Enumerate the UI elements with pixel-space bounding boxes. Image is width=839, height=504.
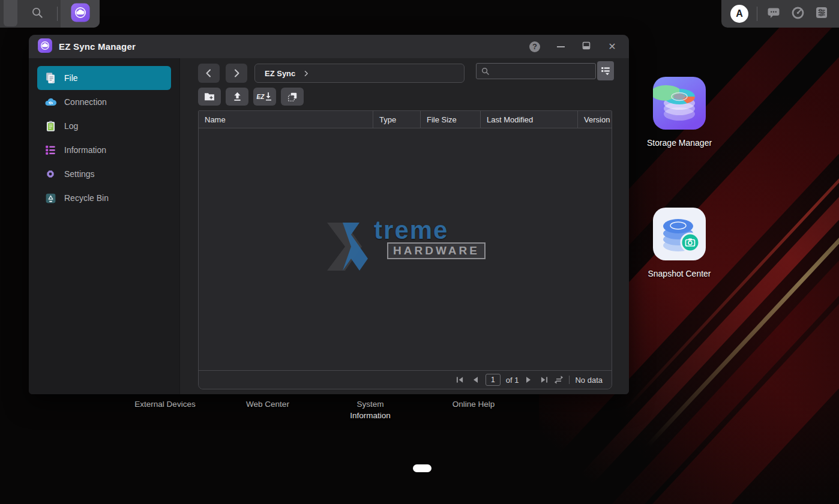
ezsync-app-icon [37,38,53,56]
gear-icon [44,167,57,181]
sidebar-item-label: Log [64,121,78,131]
next-page-icon [526,376,532,383]
sidebar-item-log[interactable]: Log [37,114,171,138]
ezsync-app-icon [70,2,91,25]
watermark-brand-text: treme [374,219,486,242]
column-header-name[interactable]: Name [199,111,373,128]
system-monitor-button[interactable] [790,6,805,22]
desktop-icon-storage-manager[interactable]: Storage Manager [643,77,715,148]
sidebar-item-label: Information [64,145,106,155]
sidebar-item-label: Connection [64,97,107,107]
watermark-sub-text: HARDWARE [387,242,486,259]
desktop-icon-label-system-information[interactable]: System Information [340,398,400,421]
titlebar[interactable]: EZ Sync Manager ? ✕ [29,35,629,58]
last-page-button[interactable] [539,375,549,385]
page-count-label: of 1 [506,376,519,385]
first-page-button[interactable] [456,375,465,385]
preferences-icon [814,5,829,22]
sidebar-item-file[interactable]: File [37,66,171,90]
sidebar-item-label: Recycle Bin [64,193,109,203]
list-view-icon [600,65,611,76]
sidebar-item-label: Settings [64,169,95,179]
close-button[interactable]: ✕ [606,41,618,53]
maximize-button[interactable] [580,41,592,53]
column-header-version[interactable]: Version [578,111,612,128]
chat-icon [766,5,781,22]
gauge-icon [790,5,805,23]
desktop-icon-label: Snapshot Center [643,269,715,278]
snapshot-center-icon [653,208,706,260]
minimize-button[interactable] [555,41,567,53]
breadcrumb[interactable]: EZ Sync [254,64,465,83]
search-icon [481,67,490,76]
table-header: Name Type File Size Last Modified Versio… [199,111,612,128]
desktop-icon-label: Storage Manager [643,138,715,148]
pagination-bar: of 1 No data [199,370,612,389]
select-all-button[interactable] [281,88,304,106]
desktop-icon-label-online-help[interactable]: Online Help [426,398,522,410]
avatar[interactable]: A [730,5,748,23]
label-line-2: Information [340,410,400,421]
view-mode-button[interactable] [597,61,614,80]
prev-page-button[interactable] [471,375,480,385]
minimize-icon [557,46,565,47]
xtreme-hardware-watermark: treme HARDWARE [325,219,486,274]
last-page-icon [540,376,548,383]
ez-label: EZ [257,94,265,100]
file-table: Name Type File Size Last Modified Versio… [198,110,612,389]
refresh-button[interactable] [554,375,564,385]
taskbar-divider [757,7,757,21]
file-icon [44,71,57,85]
forward-button[interactable] [226,64,247,83]
taskbar-right: A [721,0,839,28]
back-button[interactable] [198,64,220,83]
sidebar-item-information[interactable]: Information [37,138,171,162]
column-header-filesize[interactable]: File Size [421,111,481,128]
download-arrow-icon [265,92,272,101]
ez-download-button[interactable]: EZ [253,88,276,106]
notifications-button[interactable] [766,6,781,22]
breadcrumb-root[interactable]: EZ Sync [265,69,295,78]
chevron-right-icon [303,70,310,77]
chevron-left-icon [204,68,214,78]
preferences-button[interactable] [814,6,829,22]
table-body-empty[interactable]: treme HARDWARE [199,128,612,370]
sidebar-item-connection[interactable]: Connection [37,90,171,114]
taskbar-divider [57,7,58,21]
upload-icon [232,91,242,102]
ezsync-manager-window: EZ Sync Manager ? ✕ File Conne [29,35,629,394]
taskbar-left [0,0,100,28]
search-input[interactable] [493,67,595,76]
refresh-icon [554,376,564,384]
column-header-type[interactable]: Type [373,111,421,128]
taskbar-app-ezsync[interactable] [61,0,100,28]
status-text: No data [575,376,603,385]
desktop-icon-label-web-center[interactable]: Web Center [220,398,316,410]
column-header-modified[interactable]: Last Modified [481,111,578,128]
upload-button[interactable] [226,88,248,106]
prev-page-icon [472,376,478,383]
new-folder-button[interactable] [198,88,221,106]
desktop-icon-snapshot-center[interactable]: Snapshot Center [643,208,715,278]
sidebar-item-settings[interactable]: Settings [37,162,171,186]
taskbar-toggle-pill[interactable] [413,464,432,472]
file-panel: EZ Sync EZ [180,58,629,394]
maximize-icon [582,41,591,53]
search-field[interactable] [476,63,596,79]
page-number-input[interactable] [486,374,501,386]
desktop-icon-label-external-devices[interactable]: External Devices [117,398,213,410]
first-page-icon [456,376,464,383]
search-icon [31,6,44,22]
window-title: EZ Sync Manager [59,41,515,52]
select-all-icon [287,91,298,103]
info-list-icon [44,143,57,157]
chevron-right-icon [232,68,241,78]
storage-manager-icon [653,77,706,130]
help-button[interactable]: ? [529,41,541,53]
taskbar-handle[interactable] [4,0,17,26]
next-page-button[interactable] [524,375,534,385]
sidebar-item-label: File [64,73,78,83]
search-button[interactable] [24,4,50,23]
log-clipboard-icon [44,119,57,133]
sidebar-item-recycle-bin[interactable]: Recycle Bin [37,186,171,210]
